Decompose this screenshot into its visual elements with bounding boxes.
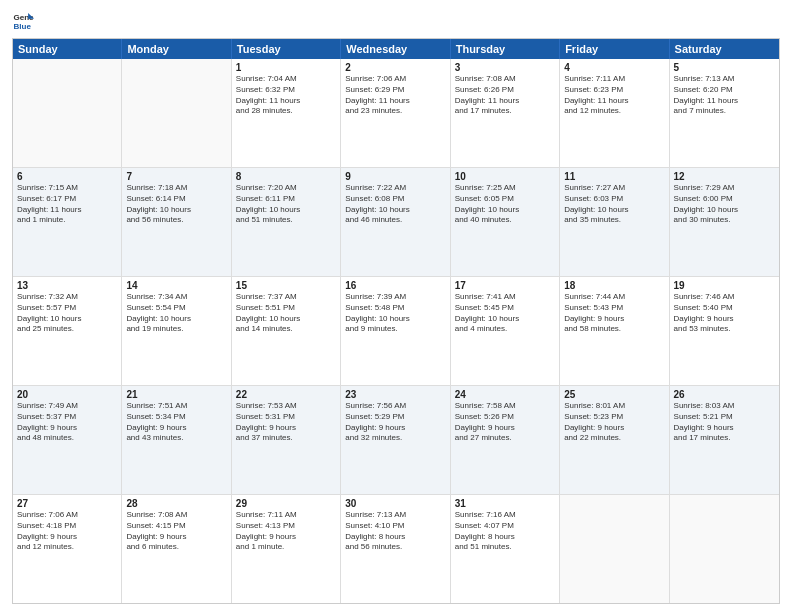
cell-info-line: Sunset: 5:40 PM	[674, 303, 775, 314]
day-cell-24: 24Sunrise: 7:58 AMSunset: 5:26 PMDayligh…	[451, 386, 560, 494]
cell-info-line: Sunset: 4:15 PM	[126, 521, 226, 532]
calendar-week-3: 13Sunrise: 7:32 AMSunset: 5:57 PMDayligh…	[13, 277, 779, 386]
cell-info-line: Daylight: 9 hours	[564, 423, 664, 434]
cell-info-line: Daylight: 10 hours	[345, 205, 445, 216]
day-number: 13	[17, 280, 117, 291]
day-cell-14: 14Sunrise: 7:34 AMSunset: 5:54 PMDayligh…	[122, 277, 231, 385]
empty-cell	[560, 495, 669, 603]
day-number: 31	[455, 498, 555, 509]
cell-info-line: Sunrise: 7:18 AM	[126, 183, 226, 194]
cell-info-line: Sunrise: 7:06 AM	[345, 74, 445, 85]
calendar-week-2: 6Sunrise: 7:15 AMSunset: 6:17 PMDaylight…	[13, 168, 779, 277]
day-number: 11	[564, 171, 664, 182]
day-of-week-thursday: Thursday	[451, 39, 560, 59]
cell-info-line: Daylight: 10 hours	[455, 205, 555, 216]
cell-info-line: Daylight: 9 hours	[674, 423, 775, 434]
calendar-header: SundayMondayTuesdayWednesdayThursdayFrid…	[13, 39, 779, 59]
cell-info-line: Sunset: 6:29 PM	[345, 85, 445, 96]
day-number: 29	[236, 498, 336, 509]
day-cell-22: 22Sunrise: 7:53 AMSunset: 5:31 PMDayligh…	[232, 386, 341, 494]
cell-info-line: Sunset: 6:17 PM	[17, 194, 117, 205]
cell-info-line: and 56 minutes.	[345, 542, 445, 553]
day-cell-19: 19Sunrise: 7:46 AMSunset: 5:40 PMDayligh…	[670, 277, 779, 385]
cell-info-line: Sunset: 6:26 PM	[455, 85, 555, 96]
page-header: General Blue	[12, 10, 780, 32]
day-cell-1: 1Sunrise: 7:04 AMSunset: 6:32 PMDaylight…	[232, 59, 341, 167]
cell-info-line: and 27 minutes.	[455, 433, 555, 444]
cell-info-line: Sunset: 6:05 PM	[455, 194, 555, 205]
cell-info-line: Sunset: 5:45 PM	[455, 303, 555, 314]
cell-info-line: and 19 minutes.	[126, 324, 226, 335]
day-cell-16: 16Sunrise: 7:39 AMSunset: 5:48 PMDayligh…	[341, 277, 450, 385]
day-number: 21	[126, 389, 226, 400]
cell-info-line: Sunset: 5:31 PM	[236, 412, 336, 423]
cell-info-line: Sunset: 6:08 PM	[345, 194, 445, 205]
cell-info-line: and 12 minutes.	[564, 106, 664, 117]
cell-info-line: Sunset: 5:51 PM	[236, 303, 336, 314]
cell-info-line: Daylight: 10 hours	[564, 205, 664, 216]
cell-info-line: Daylight: 9 hours	[17, 423, 117, 434]
cell-info-line: Sunset: 4:18 PM	[17, 521, 117, 532]
cell-info-line: Daylight: 8 hours	[455, 532, 555, 543]
day-cell-6: 6Sunrise: 7:15 AMSunset: 6:17 PMDaylight…	[13, 168, 122, 276]
cell-info-line: Sunrise: 8:03 AM	[674, 401, 775, 412]
day-number: 24	[455, 389, 555, 400]
cell-info-line: Sunset: 5:29 PM	[345, 412, 445, 423]
calendar-week-4: 20Sunrise: 7:49 AMSunset: 5:37 PMDayligh…	[13, 386, 779, 495]
day-number: 7	[126, 171, 226, 182]
day-cell-17: 17Sunrise: 7:41 AMSunset: 5:45 PMDayligh…	[451, 277, 560, 385]
cell-info-line: Sunset: 5:43 PM	[564, 303, 664, 314]
cell-info-line: and 35 minutes.	[564, 215, 664, 226]
cell-info-line: Sunset: 5:48 PM	[345, 303, 445, 314]
cell-info-line: and 17 minutes.	[455, 106, 555, 117]
cell-info-line: and 43 minutes.	[126, 433, 226, 444]
day-cell-31: 31Sunrise: 7:16 AMSunset: 4:07 PMDayligh…	[451, 495, 560, 603]
day-cell-27: 27Sunrise: 7:06 AMSunset: 4:18 PMDayligh…	[13, 495, 122, 603]
day-cell-12: 12Sunrise: 7:29 AMSunset: 6:00 PMDayligh…	[670, 168, 779, 276]
cell-info-line: Sunrise: 7:08 AM	[455, 74, 555, 85]
cell-info-line: Sunrise: 7:39 AM	[345, 292, 445, 303]
cell-info-line: Sunrise: 7:34 AM	[126, 292, 226, 303]
cell-info-line: Daylight: 9 hours	[455, 423, 555, 434]
day-number: 12	[674, 171, 775, 182]
cell-info-line: Sunrise: 7:13 AM	[674, 74, 775, 85]
cell-info-line: Daylight: 10 hours	[345, 314, 445, 325]
cell-info-line: Sunset: 5:23 PM	[564, 412, 664, 423]
cell-info-line: Sunset: 6:11 PM	[236, 194, 336, 205]
day-number: 26	[674, 389, 775, 400]
cell-info-line: and 9 minutes.	[345, 324, 445, 335]
cell-info-line: Sunrise: 7:56 AM	[345, 401, 445, 412]
cell-info-line: Sunset: 5:34 PM	[126, 412, 226, 423]
cell-info-line: Sunrise: 7:16 AM	[455, 510, 555, 521]
day-number: 28	[126, 498, 226, 509]
cell-info-line: Daylight: 9 hours	[17, 532, 117, 543]
cell-info-line: and 22 minutes.	[564, 433, 664, 444]
cell-info-line: and 58 minutes.	[564, 324, 664, 335]
cell-info-line: Daylight: 10 hours	[455, 314, 555, 325]
day-cell-26: 26Sunrise: 8:03 AMSunset: 5:21 PMDayligh…	[670, 386, 779, 494]
day-of-week-monday: Monday	[122, 39, 231, 59]
cell-info-line: Sunrise: 7:51 AM	[126, 401, 226, 412]
day-number: 30	[345, 498, 445, 509]
day-number: 17	[455, 280, 555, 291]
day-number: 16	[345, 280, 445, 291]
day-number: 4	[564, 62, 664, 73]
day-number: 10	[455, 171, 555, 182]
cell-info-line: Daylight: 9 hours	[236, 423, 336, 434]
logo: General Blue	[12, 10, 34, 32]
day-cell-29: 29Sunrise: 7:11 AMSunset: 4:13 PMDayligh…	[232, 495, 341, 603]
cell-info-line: Daylight: 11 hours	[17, 205, 117, 216]
cell-info-line: and 51 minutes.	[455, 542, 555, 553]
day-number: 25	[564, 389, 664, 400]
day-cell-25: 25Sunrise: 8:01 AMSunset: 5:23 PMDayligh…	[560, 386, 669, 494]
day-cell-11: 11Sunrise: 7:27 AMSunset: 6:03 PMDayligh…	[560, 168, 669, 276]
empty-cell	[13, 59, 122, 167]
day-of-week-friday: Friday	[560, 39, 669, 59]
cell-info-line: Daylight: 11 hours	[236, 96, 336, 107]
cell-info-line: and 46 minutes.	[345, 215, 445, 226]
cell-info-line: Sunset: 6:03 PM	[564, 194, 664, 205]
day-number: 8	[236, 171, 336, 182]
cell-info-line: Daylight: 10 hours	[17, 314, 117, 325]
day-cell-30: 30Sunrise: 7:13 AMSunset: 4:10 PMDayligh…	[341, 495, 450, 603]
cell-info-line: Sunset: 5:37 PM	[17, 412, 117, 423]
